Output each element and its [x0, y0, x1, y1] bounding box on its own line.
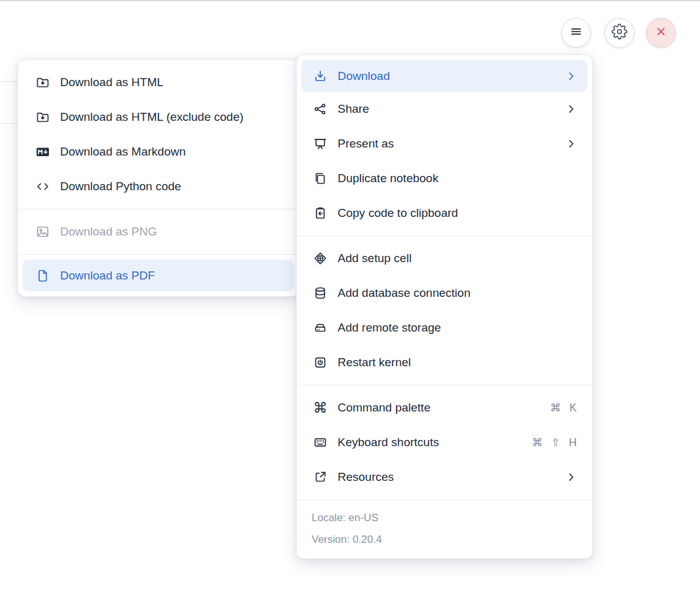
menu-item-label: Restart kernel — [338, 356, 411, 369]
menu-item-label: Present as — [338, 137, 394, 151]
menu-separator — [18, 254, 299, 255]
menu-item-keyboard-shortcuts[interactable]: Keyboard shortcuts ⌘ ⇧ H — [297, 425, 592, 460]
menu-item-duplicate-notebook[interactable]: Duplicate notebook — [297, 161, 592, 196]
menu-item-download-as-png: Download as PNG — [18, 214, 299, 249]
code-icon — [35, 179, 50, 194]
duplicate-icon — [313, 171, 328, 186]
image-icon — [35, 224, 50, 239]
hamburger-menu-button[interactable] — [561, 18, 591, 48]
menu-item-command-palette[interactable]: ⌘ Command palette ⌘ K — [297, 390, 592, 425]
command-icon: ⌘ — [313, 400, 328, 415]
menu-separator — [18, 209, 299, 209]
menu-item-download-as-pdf[interactable]: Download as PDF — [23, 260, 294, 291]
database-icon — [313, 286, 328, 301]
menu-item-copy-code-to-clipboard[interactable]: Copy code to clipboard — [297, 196, 592, 231]
menu-footer: Locale: en-US Version: 0.20.4 — [297, 499, 592, 558]
menu-item-label: Download as HTML — [60, 76, 164, 89]
menu-item-present-as[interactable]: Present as — [297, 126, 592, 161]
menu-item-download-as-html-exclude-code[interactable]: Download as HTML (exclude code) — [18, 100, 299, 134]
shortcut-label: ⌘ ⇧ H — [532, 436, 577, 449]
menu-item-label: Add database connection — [338, 286, 470, 300]
storage-icon — [313, 320, 328, 335]
folder-download-icon — [35, 75, 50, 90]
menu-item-label: Resources — [338, 470, 394, 484]
menu-separator — [297, 235, 592, 236]
menu-item-label: Download as PNG — [60, 225, 157, 239]
menu-item-restart-kernel[interactable]: Restart kernel — [297, 345, 592, 380]
file-icon — [35, 268, 50, 283]
menu-item-label: Keyboard shortcuts — [338, 436, 439, 449]
menu-item-label: Duplicate notebook — [338, 172, 439, 185]
menu-item-label: Download as HTML (exclude code) — [60, 110, 243, 124]
external-link-icon — [313, 470, 328, 485]
menu-item-label: Copy code to clipboard — [338, 206, 458, 220]
page-top-divider — [0, 0, 700, 1]
menu-item-label: Add setup cell — [338, 252, 411, 265]
menu-item-add-remote-storage[interactable]: Add remote storage — [297, 310, 592, 345]
menu-item-label: Download — [338, 69, 390, 83]
background-content-line — [0, 81, 18, 82]
share-icon — [313, 102, 328, 116]
clipboard-arrow-icon — [313, 206, 328, 221]
menu-item-download-as-html[interactable]: Download as HTML — [18, 65, 299, 100]
close-icon — [653, 24, 669, 42]
settings-button[interactable] — [605, 18, 634, 48]
shortcut-label: ⌘ K — [550, 402, 577, 415]
menu-item-add-database-connection[interactable]: Add database connection — [297, 276, 592, 310]
menu-item-download-as-markdown[interactable]: Download as Markdown — [18, 134, 299, 169]
locale-label: Locale: en-US — [312, 507, 577, 529]
chevron-right-icon — [565, 103, 577, 115]
menu-item-label: Command palette — [338, 401, 431, 415]
chevron-right-icon — [565, 471, 577, 483]
diamond-plus-icon — [313, 251, 328, 266]
close-button[interactable] — [646, 18, 676, 48]
folder-download-icon — [35, 110, 50, 125]
chevron-right-icon — [565, 138, 577, 150]
download-submenu: Download as HTML Download as HTML (exclu… — [17, 59, 299, 297]
menu-item-add-setup-cell[interactable]: Add setup cell — [297, 241, 592, 276]
menu-item-download[interactable]: Download — [302, 60, 587, 92]
background-content-line — [0, 123, 18, 124]
keyboard-icon — [313, 435, 328, 450]
menu-item-label: Download as Markdown — [60, 145, 186, 159]
gear-icon — [611, 24, 628, 42]
version-label: Version: 0.20.4 — [312, 529, 577, 550]
notebook-main-menu: Download Share Present as Duplicate note… — [296, 55, 593, 559]
chevron-right-icon — [565, 70, 577, 82]
menu-item-label: Download Python code — [60, 180, 181, 193]
menu-item-download-python-code[interactable]: Download Python code — [18, 169, 299, 204]
menu-item-resources[interactable]: Resources — [297, 460, 592, 495]
markdown-icon — [35, 144, 50, 159]
menu-separator — [297, 385, 592, 385]
menu-item-label: Download as PDF — [60, 269, 155, 283]
presentation-icon — [313, 136, 328, 151]
hamburger-icon — [568, 24, 584, 42]
download-icon — [313, 69, 328, 84]
menu-item-label: Share — [338, 102, 369, 116]
menu-item-share[interactable]: Share — [297, 92, 592, 126]
power-icon — [313, 355, 328, 370]
menu-item-label: Add remote storage — [338, 321, 441, 335]
